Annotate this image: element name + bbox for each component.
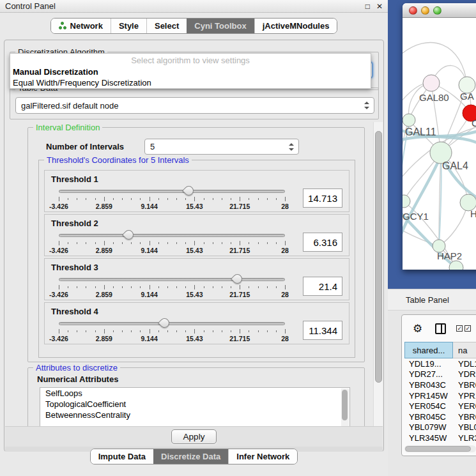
table-row[interactable]: YPR145WYPR1 (404, 390, 476, 401)
network-view-window: GAL80GACGAL11GAL4GCY1HHAP2 (403, 3, 476, 270)
slider-ticks (59, 329, 285, 334)
threshold-value-field[interactable]: 21.4 (303, 277, 342, 296)
tick-mark (59, 241, 59, 245)
attribute-item-betweennesscentrality[interactable]: BetweennessCentrality (40, 410, 349, 420)
settings-scrollbar-thumb[interactable] (375, 131, 382, 383)
float-window-icon[interactable]: □ (365, 2, 370, 11)
tab-style[interactable]: Style (111, 19, 146, 33)
tick-mark (231, 242, 231, 244)
slider-thumb[interactable] (158, 316, 171, 330)
close-panel-icon[interactable]: ✕ (376, 2, 383, 11)
table-row[interactable]: YER054CYER0 (404, 401, 476, 411)
tab-cyni-toolbox[interactable]: Cyni Toolbox (187, 19, 254, 33)
algorithm-placeholder-option[interactable]: Select algorithm to view settings (10, 55, 371, 66)
slider-track[interactable] (59, 322, 285, 325)
column-header-1[interactable]: shared... (404, 342, 453, 358)
node-label-gal4: GAL4 (442, 160, 468, 171)
threshold-value-field[interactable]: 11.344 (303, 321, 342, 340)
list-scrollbar-thumb[interactable] (342, 390, 348, 420)
zoom-button[interactable] (433, 6, 441, 15)
attributes-group-label: Attributes to discretize (33, 363, 120, 372)
threshold-slider[interactable]: -3.4262.8599.14415.4321.71528 (59, 185, 285, 211)
tick-mark (158, 286, 159, 288)
table-header-row: shared...na (404, 342, 476, 358)
scale-label: -3.426 (49, 247, 68, 254)
threshold-value-field[interactable]: 14.713 (303, 188, 342, 208)
slider-track[interactable] (59, 278, 285, 281)
slider-thumb[interactable] (122, 228, 135, 242)
tick-mark (204, 330, 204, 332)
number-of-intervals-value: 5 (150, 142, 155, 151)
tick-mark (77, 242, 77, 244)
select-columns-checkbox-icon[interactable]: ✓ (464, 325, 471, 332)
scale-label: 21.715 (229, 247, 250, 254)
number-of-intervals-combobox[interactable]: 5 (144, 139, 299, 155)
node-gal11[interactable] (403, 114, 415, 127)
threshold-value-field[interactable]: 6.316 (303, 233, 342, 252)
apply-button[interactable]: Apply (171, 429, 217, 444)
table-cell: YER0 (453, 401, 476, 411)
node-label-gal11: GAL11 (405, 127, 436, 137)
slider-thumb[interactable] (182, 184, 196, 197)
list-scrollbar[interactable] (341, 388, 349, 426)
algorithm-option-manual-discretization[interactable]: Manual Discretization (10, 66, 371, 77)
slider-thumb[interactable] (231, 272, 244, 286)
algorithm-option-equal-width-frequency-discretization[interactable]: Equal Width/Frequency Discretization (10, 77, 371, 88)
minimize-button[interactable] (421, 6, 429, 15)
tab-infer-network[interactable]: Infer Network (228, 449, 297, 464)
node-gal80[interactable] (423, 75, 440, 91)
tick-mark (113, 330, 114, 332)
scale-label: 9.144 (141, 247, 157, 254)
tick-mark (249, 198, 249, 200)
scale-label: 28 (281, 291, 289, 298)
tab-network[interactable]: Network (51, 19, 111, 33)
select-all-checkbox-icon[interactable]: ✓ (456, 325, 463, 332)
tick-mark (240, 197, 240, 201)
tick-mark (267, 242, 268, 244)
tab-bar: NetworkStyleSelectCyni ToolboxjActiveMNo… (50, 18, 338, 34)
table-row[interactable]: YDL19...YDL1 (404, 358, 476, 369)
column-select-icons[interactable]: ✓ ✓ (456, 325, 473, 332)
tab-discretize-data[interactable]: Discretize Data (153, 449, 228, 464)
threshold-slider[interactable]: -3.4262.8599.14415.4321.71528 (59, 229, 285, 255)
table-row[interactable]: YBR045CYBR0 (404, 411, 476, 422)
settings-scrollbar[interactable] (373, 122, 383, 426)
slider-track[interactable] (59, 190, 285, 193)
tick-mark (185, 198, 186, 200)
tab-select[interactable]: Select (146, 19, 187, 33)
tick-mark (68, 286, 68, 288)
table-hscrollbar-thumb[interactable] (405, 446, 471, 452)
threshold-slider-row: -3.4262.8599.14415.4321.7152814.713 (45, 185, 349, 211)
table-row[interactable]: YBL079WYBL0 (404, 422, 476, 433)
table-row[interactable]: YDR27...YDR2 (404, 369, 476, 380)
scale-label: -3.426 (49, 291, 68, 298)
tab-label: Discretize Data (161, 452, 220, 461)
threshold-slider[interactable]: -3.4262.8599.14415.4321.71528 (59, 273, 285, 299)
attribute-item-selfloops[interactable]: SelfLoops (40, 388, 349, 399)
bottom-tab-row: Impute DataDiscretize DataInfer Network (0, 449, 388, 464)
table-row[interactable]: YBR043CYBR0 (404, 380, 476, 390)
attribute-item-topologicalcoefficient[interactable]: TopologicalCoefficient (40, 399, 349, 410)
chevron-updown-icon (289, 143, 293, 151)
table-data-combobox[interactable]: galFiltered.sif default node (15, 97, 374, 114)
tick-mark (131, 242, 132, 244)
tick-mark (194, 329, 195, 334)
threshold-label: Threshold 4 (45, 303, 349, 316)
slider-track[interactable] (59, 234, 285, 237)
tab-jactivemnodules[interactable]: jActiveMNodules (254, 19, 337, 33)
column-header-2[interactable]: na (453, 342, 476, 358)
tick-mark (131, 330, 132, 332)
table-horizontal-scrollbar[interactable] (404, 445, 476, 452)
split-view-icon[interactable] (435, 323, 446, 334)
scale-label: 2.859 (96, 291, 112, 298)
tab-label: Cyni Toolbox (194, 21, 246, 31)
gear-icon[interactable]: ⚙ (413, 322, 422, 335)
network-canvas[interactable]: GAL80GACGAL11GAL4GCY1HHAP2 (403, 18, 476, 270)
table-row[interactable]: YLR345WYLR3 (404, 433, 476, 443)
tab-impute-data[interactable]: Impute Data (91, 449, 153, 464)
tick-mark (122, 242, 123, 244)
close-button[interactable] (409, 6, 417, 15)
threshold-slider[interactable]: -3.4262.8599.14415.4321.71528 (59, 318, 285, 343)
tick-mark (276, 286, 277, 288)
tick-mark (231, 286, 231, 288)
